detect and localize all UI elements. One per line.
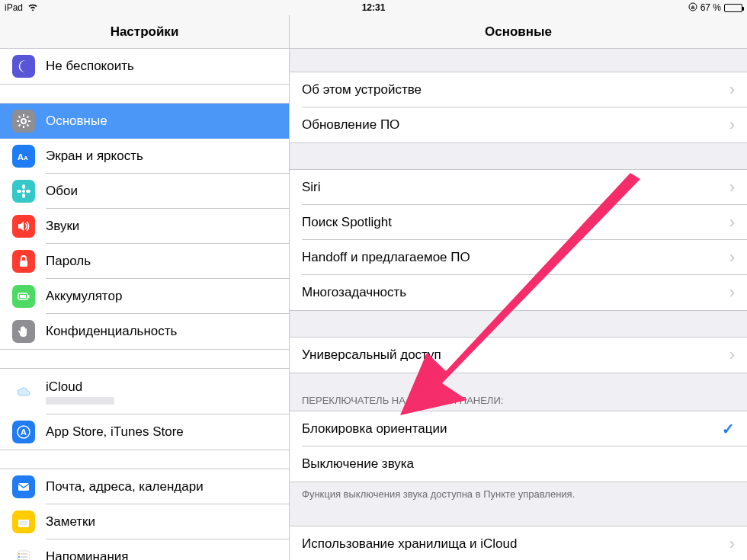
detail-row-label: Обновление ПО [302,117,729,133]
chevron-right-icon: › [729,82,735,98]
appstore-icon: A [12,421,35,443]
sidebar-item-label: Звуки [46,219,79,234]
status-bar: iPad 12:31 67 % [0,0,747,15]
mail-icon [12,475,35,498]
lock-icon [12,250,35,273]
sidebar-item-notes[interactable]: Заметки [0,504,289,539]
group-header: ПЕРЕКЛЮЧАТЕЛЬ НА БОКОВОЙ ПАНЕЛИ: [290,395,747,411]
svg-point-13 [22,184,25,189]
sidebar-scroll[interactable]: Не беспокоитьОсновныеAAЭкран и яркостьОб… [0,49,289,560]
battery-icon [12,285,35,308]
sidebar-item-reminders[interactable]: Напоминания [0,539,289,560]
detail-row-label: Выключение звука [302,456,735,472]
svg-text:A: A [21,427,27,437]
battery-icon [724,4,742,12]
svg-line-9 [27,117,28,118]
sidebar-item-label: Обои [46,184,78,199]
svg-point-12 [22,190,25,193]
svg-rect-28 [18,551,30,560]
svg-point-15 [17,190,21,193]
sidebar-item-label: Экран и яркость [46,149,143,164]
svg-line-6 [19,117,21,118]
svg-rect-19 [28,295,30,298]
detail-row-label: Поиск Spotlight [302,215,729,230]
settings-sidebar: Настройки Не беспокоитьОсновныеAAЭкран и… [0,15,290,560]
sidebar-item-label: Основные [46,114,107,129]
sidebar-item-privacy[interactable]: Конфиденциальность [0,314,289,349]
group-footer: Функция выключения звука доступна в Пунк… [290,482,747,500]
detail-row-label: Блокировка ориентации [302,421,722,437]
sidebar-item-sounds[interactable]: Звуки [0,209,289,244]
svg-rect-17 [20,261,27,267]
chevron-right-icon: › [729,536,735,552]
sidebar-item-label: Заметки [46,514,95,530]
sidebar-item-battery[interactable]: Аккумулятор [0,279,289,314]
detail-row-mute[interactable]: Выключение звука [290,446,747,482]
detail-row-label: Siri [302,180,729,195]
svg-point-16 [26,190,30,193]
speaker-icon [12,215,35,238]
svg-line-7 [27,124,28,126]
svg-line-8 [19,124,21,126]
sidebar-item-label: App Store, iTunes Store [46,424,184,440]
flower-icon [12,180,35,203]
detail-row-label: Handoff и предлагаемое ПО [302,250,729,265]
detail-title: Основные [290,15,747,49]
clock: 12:31 [362,2,386,13]
sidebar-item-icloud[interactable]: iCloud [0,369,289,414]
device-label: iPad [5,2,23,13]
chevron-right-icon: › [729,214,735,231]
sidebar-item-wallpaper[interactable]: Обои [0,174,289,209]
detail-pane: Основные Об этом устройстве›Обновление П… [290,15,747,560]
detail-row-accessibility[interactable]: Универсальный доступ› [290,338,747,373]
sidebar-item-general[interactable]: Основные [0,104,289,139]
detail-row-label: Об этом устройстве [302,82,729,98]
svg-text:A: A [24,155,28,162]
svg-point-33 [18,556,20,558]
svg-rect-20 [20,295,26,298]
chevron-right-icon: › [729,179,735,196]
wifi-icon [27,2,38,13]
sidebar-item-label: Аккумулятор [46,289,122,304]
detail-row-spotlight[interactable]: Поиск Spotlight› [290,205,747,240]
detail-row-label: Использование хранилища и iCloud [302,536,729,552]
sidebar-item-label: Напоминания [46,549,129,560]
sidebar-item-display[interactable]: AAЭкран и яркость [0,139,289,174]
chevron-right-icon: › [729,117,735,133]
gear-icon [12,110,35,133]
detail-row-siri[interactable]: Siri› [290,170,747,205]
detail-row-handoff[interactable]: Handoff и предлагаемое ПО› [290,240,747,275]
hand-icon [12,320,35,343]
detail-row-label: Многозадачность [302,285,729,300]
sidebar-item-dnd[interactable]: Не беспокоить [0,49,289,84]
reminders-icon [12,546,35,560]
textsize-icon: AA [12,145,35,168]
sidebar-item-passcode[interactable]: Пароль [0,244,289,279]
moon-icon [12,55,35,78]
sidebar-item-mail[interactable]: Почта, адреса, календари [0,469,289,504]
detail-row-update[interactable]: Обновление ПО› [290,107,747,142]
sidebar-title: Настройки [0,15,289,49]
sidebar-item-label: Пароль [46,254,91,269]
detail-row-storage[interactable]: Использование хранилища и iCloud› [290,526,747,560]
detail-row-lockrotation[interactable]: Блокировка ориентации✓ [290,411,747,446]
sidebar-item-label: Не беспокоить [46,59,134,74]
svg-rect-25 [18,517,29,520]
battery-percent: 67 % [701,2,721,13]
detail-scroll[interactable]: Об этом устройстве›Обновление ПО›Siri›По… [290,49,747,560]
sidebar-item-label: Конфиденциальность [46,324,177,339]
chevron-right-icon: › [729,284,735,301]
svg-text:A: A [18,152,24,162]
detail-row-multitask[interactable]: Многозадачность› [290,275,747,310]
svg-rect-23 [18,483,29,491]
sidebar-item-appstore[interactable]: AApp Store, iTunes Store [0,414,289,450]
orientation-lock-icon [688,2,697,14]
svg-point-0 [689,3,697,11]
sidebar-item-label: iCloud [46,379,114,395]
svg-point-14 [22,194,25,198]
notes-icon [12,510,35,533]
detail-row-label: Универсальный доступ [302,347,729,363]
sidebar-item-label: Почта, адреса, календари [46,479,204,494]
cloud-icon [12,380,35,403]
detail-row-about[interactable]: Об этом устройстве› [290,72,747,107]
